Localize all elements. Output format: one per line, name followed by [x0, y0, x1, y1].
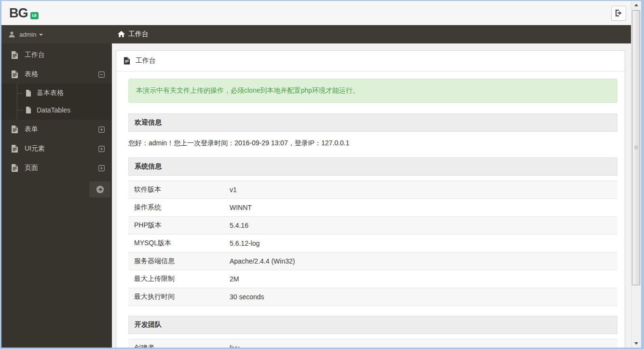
file-text-icon	[123, 57, 130, 65]
breadcrumb-label: 工作台	[128, 30, 149, 39]
file-text-icon	[11, 164, 18, 172]
info-label: PHP版本	[128, 217, 224, 235]
caret-down-icon	[39, 34, 43, 36]
main-area: 工作台 工作台 本演示中有关文件上传的操作，必须clone到本地并配置php环境…	[112, 25, 631, 348]
table-row: 最大上传限制 2M	[128, 270, 617, 288]
section-header-system: 系统信息	[128, 157, 617, 176]
brand-logo-text: BG	[9, 7, 28, 20]
table-row: 创建者 liyu	[128, 339, 617, 348]
sidebar-subitem-label: 基本表格	[37, 89, 64, 98]
sidebar-item-forms[interactable]: 表单	[1, 120, 112, 139]
app-window: BG UI admin	[0, 0, 644, 349]
info-label: 操作系统	[128, 199, 224, 217]
scrollbar-up-button[interactable]	[631, 1, 641, 9]
sidebar-nav: 工作台 表格	[1, 43, 112, 197]
sidebar-item-label: 页面	[25, 164, 98, 172]
table-row: 最大执行时间 30 seconds	[128, 288, 617, 306]
sidebar-collapse-button[interactable]	[89, 181, 110, 197]
info-label: 最大执行时间	[128, 288, 224, 306]
info-label: 服务器端信息	[128, 252, 224, 270]
info-value: WINNT	[224, 199, 617, 217]
plus-square-icon[interactable]	[98, 146, 105, 152]
sidebar-subitem-datatables[interactable]: DataTables	[1, 101, 112, 118]
info-label: MYSQL版本	[128, 235, 224, 252]
breadcrumb: 工作台	[112, 25, 631, 43]
info-value: 30 seconds	[224, 288, 617, 306]
sidebar-item-workbench[interactable]: 工作台	[1, 45, 112, 65]
top-header: BG UI	[1, 1, 631, 25]
body-row: admin 工作台 表格	[1, 25, 631, 348]
sidebar-submenu-tables: 基本表格 DataTables	[1, 84, 112, 120]
sidebar: admin 工作台 表格	[1, 25, 112, 348]
file-icon	[26, 107, 31, 113]
file-text-icon	[11, 70, 18, 78]
info-label: 软件版本	[128, 181, 224, 199]
sidebar-item-tables[interactable]: 表格	[1, 65, 112, 84]
info-value: 5.4.16	[224, 217, 617, 235]
info-value: 2M	[224, 270, 617, 288]
plus-square-icon[interactable]	[98, 126, 105, 133]
sidebar-item-ui-elements[interactable]: UI元素	[1, 139, 112, 158]
table-row: PHP版本 5.4.16	[128, 217, 617, 235]
info-label: 最大上传限制	[128, 270, 224, 288]
scroll-up-icon	[634, 4, 638, 6]
home-icon	[118, 31, 125, 38]
logout-button[interactable]	[611, 6, 626, 21]
scrollbar-down-button[interactable]	[631, 339, 641, 348]
sidebar-item-label: 表单	[25, 125, 98, 134]
file-text-icon	[11, 126, 18, 133]
workbench-panel: 工作台 本演示中有关文件上传的操作，必须clone到本地并配置php环境才能运行…	[116, 50, 625, 348]
info-value: Apache/2.4.4 (Win32)	[224, 252, 617, 270]
sidebar-subitem-label: DataTables	[37, 106, 70, 114]
panel-header: 工作台	[116, 51, 625, 71]
info-value: liyu	[224, 339, 617, 348]
table-row: 软件版本 v1	[128, 181, 617, 199]
sidebar-item-pages[interactable]: 页面	[1, 158, 112, 178]
table-row: 操作系统 WINNT	[128, 199, 617, 217]
file-text-icon	[11, 145, 18, 153]
user-icon	[9, 31, 15, 38]
sidebar-subitem-basic-table[interactable]: 基本表格	[1, 84, 112, 101]
sidebar-item-label: 工作台	[25, 51, 105, 59]
sidebar-item-label: UI元素	[25, 144, 98, 153]
minus-square-icon[interactable]	[98, 71, 105, 78]
file-icon	[26, 90, 31, 97]
file-text-icon	[11, 51, 18, 59]
welcome-text: 您好：admin！您上一次登录时间：2016-09-29 13:07，登录IP：…	[128, 139, 617, 148]
brand-logo-badge: UI	[30, 12, 39, 19]
user-name: admin	[19, 31, 36, 38]
team-info-table: 创建者 liyu	[128, 339, 617, 348]
user-dropdown[interactable]: admin	[1, 25, 112, 43]
sidebar-item-label: 表格	[25, 70, 98, 79]
system-info-table: 软件版本 v1 操作系统 WINNT PHP版本	[128, 181, 617, 306]
sign-out-icon	[615, 9, 623, 17]
vertical-scrollbar[interactable]	[631, 1, 641, 348]
table-row: MYSQL版本 5.6.12-log	[128, 235, 617, 252]
info-label: 创建者	[128, 339, 224, 348]
section-header-team: 开发团队	[128, 316, 617, 334]
scrollbar-thumb[interactable]	[632, 10, 640, 285]
section-header-welcome: 欢迎信息	[128, 113, 617, 132]
content-area: 工作台 本演示中有关文件上传的操作，必须clone到本地并配置php环境才能运行…	[112, 43, 631, 348]
app-area: BG UI admin	[1, 1, 631, 348]
scroll-down-icon	[634, 342, 638, 345]
demo-alert: 本演示中有关文件上传的操作，必须clone到本地并配置php环境才能运行。	[128, 79, 617, 103]
panel-title: 工作台	[136, 56, 156, 65]
info-value: v1	[224, 181, 617, 199]
table-row: 服务器端信息 Apache/2.4.4 (Win32)	[128, 252, 617, 270]
brand-logo: BG UI	[9, 7, 39, 20]
info-value: 5.6.12-log	[224, 235, 617, 252]
panel-body: 本演示中有关文件上传的操作，必须clone到本地并配置php环境才能运行。 欢迎…	[116, 71, 625, 348]
circle-arrow-left-icon	[96, 185, 104, 194]
plus-square-icon[interactable]	[98, 165, 105, 171]
